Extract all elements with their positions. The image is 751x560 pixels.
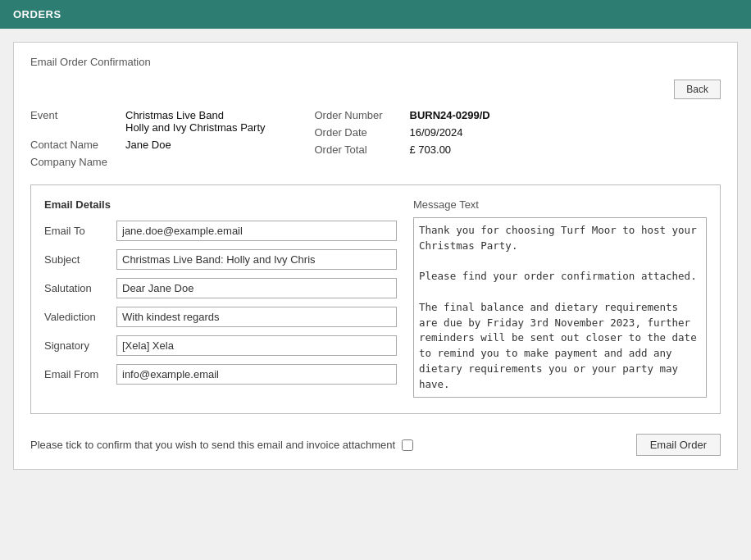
email-details-inner: Email Details Email To Subject Salutatio… (44, 198, 707, 400)
message-text-label: Message Text (413, 198, 707, 211)
event-line1: Christmas Live Band (125, 109, 266, 121)
email-from-label: Email From (44, 368, 110, 380)
email-left: Email Details Email To Subject Salutatio… (44, 198, 397, 400)
order-total-label: Order Total (315, 143, 397, 156)
top-bar: ORDERS (0, 0, 751, 29)
valediction-row: Valediction (44, 307, 397, 327)
order-total-value: £ 703.00 (410, 143, 452, 156)
order-date-value: 16/09/2024 (410, 126, 463, 139)
message-text-area[interactable] (413, 217, 707, 398)
contact-row: Contact Name Jane Doe (30, 139, 266, 151)
section-title: Email Order Confirmation (30, 56, 721, 68)
outer-card: Email Order Confirmation Back Event Chri… (13, 42, 738, 470)
salutation-row: Salutation (44, 278, 397, 298)
valediction-label: Valediction (44, 311, 110, 323)
confirm-text: Please tick to confirm that you wish to … (30, 439, 395, 451)
order-date-label: Order Date (315, 126, 397, 139)
event-row: Event Christmas Live Band Holly and Ivy … (30, 109, 266, 134)
order-info-left: Event Christmas Live Band Holly and Ivy … (30, 109, 266, 168)
footer-row: Please tick to confirm that you wish to … (30, 427, 721, 456)
order-total-row: Order Total £ 703.00 (315, 143, 490, 156)
subject-label: Subject (44, 253, 110, 266)
contact-label: Contact Name (30, 139, 112, 151)
confirm-checkbox[interactable] (402, 439, 413, 451)
back-button[interactable]: Back (674, 80, 721, 99)
company-row: Company Name (30, 156, 266, 168)
top-bar-title: ORDERS (13, 8, 61, 20)
salutation-input[interactable] (116, 278, 397, 298)
email-right: Message Text (413, 198, 707, 400)
subject-input[interactable] (116, 249, 397, 270)
email-order-button[interactable]: Email Order (636, 434, 721, 456)
order-info-right: Order Number BURN24-0299/D Order Date 16… (315, 109, 490, 168)
email-to-row: Email To (44, 221, 397, 241)
email-section-title: Email Details (44, 198, 397, 211)
order-number-row: Order Number BURN24-0299/D (315, 109, 490, 121)
salutation-label: Salutation (44, 282, 110, 294)
back-row: Back (30, 80, 721, 99)
email-details-card: Email Details Email To Subject Salutatio… (30, 184, 721, 414)
order-info: Event Christmas Live Band Holly and Ivy … (30, 109, 721, 168)
order-number-label: Order Number (315, 109, 397, 121)
email-to-label: Email To (44, 225, 110, 237)
event-label: Event (30, 109, 112, 134)
event-value: Christmas Live Band Holly and Ivy Christ… (125, 109, 266, 134)
order-number-value: BURN24-0299/D (410, 109, 490, 121)
email-from-row: Email From (44, 364, 397, 385)
footer-left: Please tick to confirm that you wish to … (30, 439, 413, 451)
valediction-input[interactable] (116, 307, 397, 327)
email-to-input[interactable] (116, 221, 397, 241)
contact-value: Jane Doe (125, 139, 171, 151)
order-date-row: Order Date 16/09/2024 (315, 126, 490, 139)
signatory-label: Signatory (44, 339, 110, 352)
email-from-input[interactable] (116, 364, 397, 385)
company-label: Company Name (30, 156, 112, 168)
signatory-input[interactable] (116, 335, 397, 356)
event-line2: Holly and Ivy Christmas Party (125, 121, 266, 134)
signatory-row: Signatory (44, 335, 397, 356)
subject-row: Subject (44, 249, 397, 270)
